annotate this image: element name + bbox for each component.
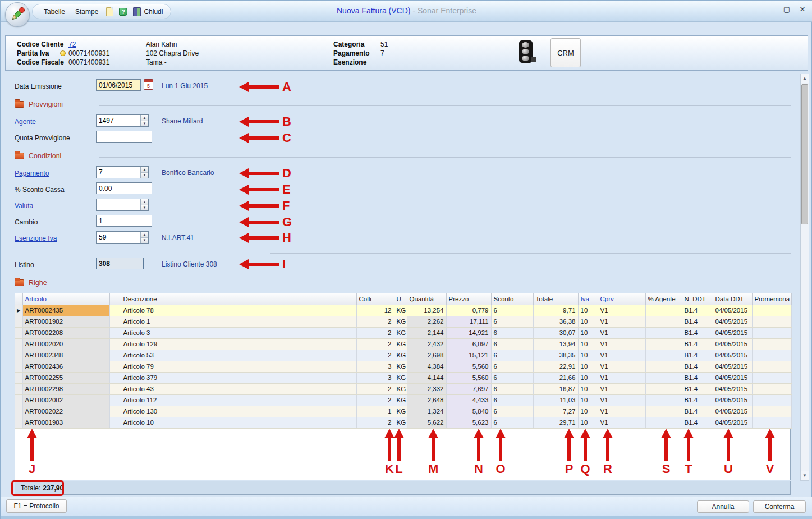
pagamento-input[interactable] [97,167,140,178]
grid-cell[interactable]: 2 [356,316,394,327]
spin-down-icon[interactable]: ▼ [141,205,148,211]
grid-cell[interactable]: 6 [491,372,533,383]
grid-row-selector[interactable] [15,327,22,338]
valuta-spinner[interactable]: ▲▼ [96,199,149,211]
grid-cell[interactable]: V1 [598,316,645,327]
grid-cell[interactable]: 10 [578,350,598,361]
grid-cell[interactable]: 10 [578,338,598,350]
grid-cell[interactable]: 2 [356,383,394,394]
grid-row-selector[interactable] [15,350,22,361]
grid-cell[interactable]: V1 [598,383,645,394]
table-row[interactable]: ART0002020Articolo 1292KG2,4326,097613,9… [15,338,791,350]
table-row[interactable]: ART0002022Articolo 1301KG1,3245,84067,27… [15,406,791,417]
grid-cell[interactable]: KG [394,361,407,372]
grid-cell[interactable]: 6 [491,383,533,394]
table-row[interactable]: ART0002255Articolo 3793KG4,1445,560621,6… [15,372,791,383]
grid-cell[interactable]: ART0002435 [22,305,109,316]
grid-row-selector[interactable] [109,383,121,394]
grid-cell[interactable]: ART0002436 [22,361,109,372]
grid-cell[interactable]: 2 [356,417,394,428]
grid-cell[interactable]: 5,623 [446,417,491,428]
grid-row-selector[interactable] [15,406,22,417]
grid-cell[interactable] [645,417,682,428]
spinner-buttons[interactable]: ▲▼ [140,115,148,126]
grid-cell[interactable]: 7,697 [446,383,491,394]
grid-cell[interactable]: KG [394,338,407,350]
grid-cell[interactable] [645,406,682,417]
grid-cell[interactable]: Articolo 79 [121,361,356,372]
grid-cell[interactable]: 16,87 [533,383,578,394]
grid-cell[interactable]: 10 [578,305,598,316]
grid-cell[interactable] [752,361,791,372]
grid-cell[interactable]: ART0002020 [22,338,109,350]
vertical-scrollbar[interactable]: ▲ ▼ [800,74,809,481]
grid-cell[interactable] [645,350,682,361]
grid-cell[interactable]: KG [394,350,407,361]
table-row[interactable]: ART0002002Articolo 1122KG2,6484,433611,0… [15,394,791,406]
grid-cell[interactable]: KG [394,383,407,394]
grid-cell[interactable]: V1 [598,305,645,316]
scrollbar-thumb[interactable] [801,84,808,224]
crm-button[interactable]: CRM [550,38,581,67]
grid-cell[interactable]: 6 [491,361,533,372]
grid-cell[interactable]: 2 [356,394,394,406]
grid-cell[interactable]: 04/05/2015 [713,327,752,338]
grid-cell[interactable]: 1 [356,406,394,417]
table-row[interactable]: ART0002298Articolo 432KG2,3327,697616,87… [15,383,791,394]
spin-down-icon[interactable]: ▼ [141,121,148,127]
grid-cell[interactable]: 22,91 [533,361,578,372]
grid-column-header[interactable]: % Agente [645,293,682,305]
table-row[interactable]: ART0001982Articolo 12KG2,26217,111636,38… [15,316,791,327]
grid-cell[interactable]: 7,27 [533,406,578,417]
grid-cell[interactable]: B1.4 [682,406,713,417]
grid-row-selector[interactable] [109,406,121,417]
app-logo-button[interactable] [5,2,30,27]
grid-cell[interactable]: 15,121 [446,350,491,361]
traffic-light-icon[interactable] [519,40,533,63]
grid-row-selector[interactable] [15,383,22,394]
grid-cell[interactable] [752,417,791,428]
grid-cell[interactable]: B1.4 [682,338,713,350]
annulla-button[interactable]: Annulla [697,500,749,513]
grid-cell[interactable]: 04/05/2015 [713,417,752,428]
grid-cell[interactable]: B1.4 [682,350,713,361]
grid-cell[interactable]: 10 [578,417,598,428]
grid-cell[interactable]: 2 [356,338,394,350]
grid-cell[interactable] [645,327,682,338]
grid-cell[interactable]: KG [394,406,407,417]
grid-row-selector[interactable] [15,338,22,350]
grid-cell[interactable]: ART0002255 [22,372,109,383]
grid-cell[interactable]: Articolo 1 [121,316,356,327]
grid-cell[interactable]: 38,35 [533,350,578,361]
grid-cell[interactable]: ART0002298 [22,383,109,394]
grid-cell[interactable]: V1 [598,406,645,417]
grid-cell[interactable]: V1 [598,350,645,361]
grid-cell[interactable]: 4,384 [407,361,446,372]
scroll-down-icon[interactable]: ▼ [801,471,809,480]
esenzione-iva-input[interactable] [97,232,140,243]
grid-cell[interactable]: Articolo 10 [121,417,356,428]
grid-cell[interactable] [645,305,682,316]
grid-cell[interactable]: 36,38 [533,316,578,327]
grid-cell[interactable] [645,383,682,394]
codice-cliente-value[interactable]: 72 [68,40,76,48]
grid-cell[interactable]: V1 [598,361,645,372]
grid-cell[interactable]: 14,921 [446,327,491,338]
grid-cell[interactable]: 2,262 [407,316,446,327]
grid-cell[interactable] [752,394,791,406]
grid-cell[interactable]: 10 [578,372,598,383]
grid-cell[interactable]: 10 [578,406,598,417]
grid-cell[interactable] [645,372,682,383]
grid-cell[interactable] [752,383,791,394]
grid-cell[interactable]: ART0002208 [22,327,109,338]
grid-cell[interactable]: ART0002002 [22,394,109,406]
grid-cell[interactable]: 1,324 [407,406,446,417]
calendar-icon[interactable] [144,79,153,90]
grid-cell[interactable]: 5,560 [446,372,491,383]
grid-cell[interactable]: 6 [491,305,533,316]
grid-cell[interactable] [645,338,682,350]
scroll-up-icon[interactable]: ▲ [801,74,809,83]
grid-cell[interactable]: B1.4 [682,316,713,327]
grid-cell[interactable]: V1 [598,327,645,338]
sconto-cassa-input[interactable] [96,182,152,194]
